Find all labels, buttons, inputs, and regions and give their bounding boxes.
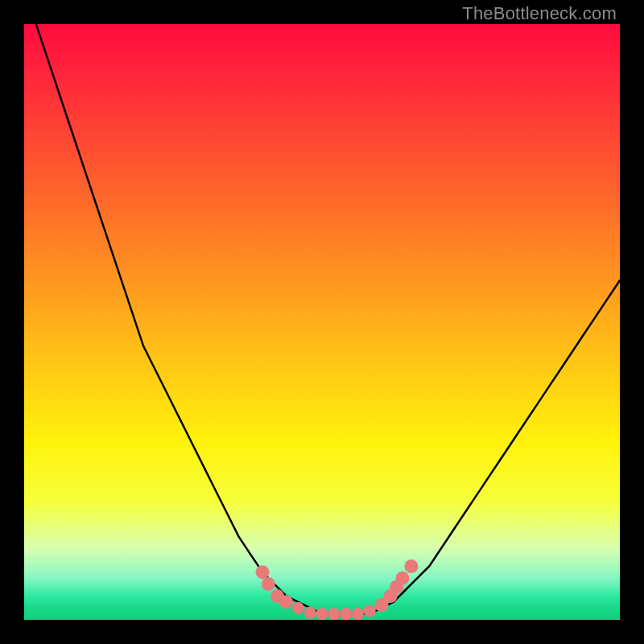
trough-marker-7: [328, 608, 340, 620]
trough-marker-8: [340, 608, 352, 620]
trough-marker-14: [395, 572, 409, 585]
bottleneck-curve: [24, 24, 620, 614]
gradient-plot-area: [24, 24, 620, 620]
chart-frame: TheBottleneck.com: [0, 0, 644, 644]
trough-marker-4: [292, 602, 304, 614]
trough-marker-6: [316, 608, 328, 620]
curve-layer: [24, 24, 620, 620]
trough-marker-0: [256, 565, 270, 579]
trough-marker-5: [304, 607, 316, 619]
trough-marker-9: [352, 608, 364, 620]
trough-marker-3: [279, 595, 293, 609]
trough-marker-1: [262, 577, 275, 591]
trough-marker-10: [364, 605, 376, 617]
watermark-text: TheBottleneck.com: [462, 3, 617, 24]
trough-marker-15: [405, 559, 419, 573]
